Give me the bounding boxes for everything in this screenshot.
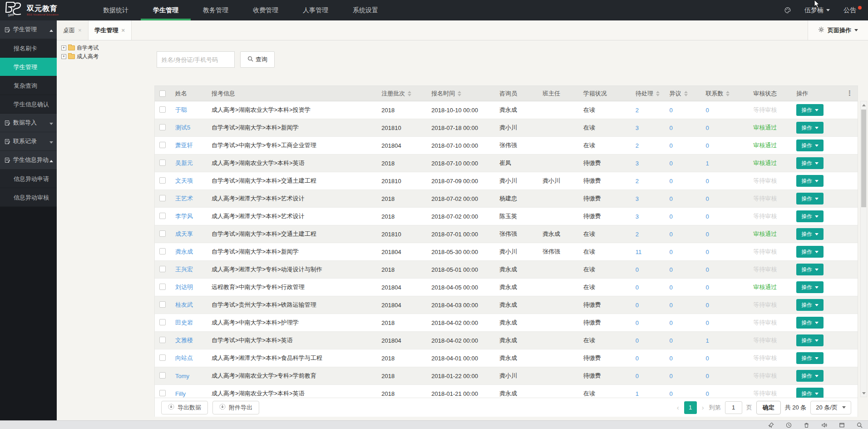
name-value[interactable]: 文雅楼 [175,337,193,344]
notice-link[interactable]: 公告 [843,6,861,15]
name-value[interactable]: 于聪 [175,106,187,113]
palette-icon[interactable] [784,7,791,14]
tree-node-0[interactable]: +自学考试 [61,44,99,52]
column-header-8[interactable]: 异议 [665,86,701,101]
contacts-value[interactable]: 0 [705,107,709,114]
pending-value[interactable]: 0 [636,284,639,291]
row-checkbox[interactable] [159,195,166,201]
objection-value[interactable]: 0 [670,178,673,185]
sidebar-item-信息异动申请[interactable]: 信息异动申请 [0,170,57,188]
row-action-button[interactable]: 操作 [796,334,824,346]
name-value[interactable]: 王艺术 [175,195,193,202]
row-checkbox[interactable] [159,106,166,113]
objection-value[interactable]: 0 [670,213,673,220]
pending-value[interactable]: 0 [636,373,639,379]
contacts-value[interactable]: 0 [705,390,709,397]
contacts-value[interactable]: 1 [705,160,709,167]
sidebar-item-复杂查询[interactable]: 复杂查询 [0,76,57,95]
row-action-button[interactable]: 操作 [796,281,824,293]
chevron-right-icon[interactable]: › [701,404,705,411]
page-size-select[interactable]: 20 条/页 [810,401,851,414]
contacts-value[interactable]: 0 [705,142,709,149]
goto-page-input[interactable] [725,401,742,414]
pending-value[interactable]: 2 [636,107,639,114]
name-value[interactable]: 刘达明 [175,284,193,290]
nav-item-3[interactable]: 收费管理 [241,0,291,20]
current-page-button[interactable]: 1 [684,401,697,414]
objection-value[interactable]: 0 [670,337,673,344]
sidebar-group-0[interactable]: 学生管理 [0,20,57,39]
row-action-button[interactable]: 操作 [796,264,824,275]
tree-node-1[interactable]: +成人高考 [61,52,99,61]
contacts-value[interactable]: 0 [705,178,709,185]
objection-value[interactable]: 0 [670,125,673,131]
objection-value[interactable]: 0 [670,195,673,202]
contacts-value[interactable]: 0 [705,302,709,309]
column-header-9[interactable]: 联系数 [701,86,749,101]
objection-value[interactable]: 0 [670,266,673,273]
row-action-button[interactable]: 操作 [796,193,824,205]
row-action-button[interactable]: 操作 [796,175,824,187]
pending-value[interactable]: 3 [636,125,639,131]
sidebar-group-1[interactable]: 数据导入 [0,114,57,132]
pending-value[interactable]: 0 [636,355,639,362]
sort-icon[interactable] [684,91,688,96]
name-value[interactable]: 吴新元 [175,160,193,166]
name-value[interactable]: 桂友武 [175,301,193,308]
scroll-down-arrow[interactable] [861,389,867,397]
close-icon[interactable]: × [122,27,125,34]
pending-value[interactable]: 0 [636,319,639,326]
pending-value[interactable]: 3 [636,160,639,167]
row-action-button[interactable]: 操作 [796,246,824,258]
chevron-left-icon[interactable]: ‹ [676,404,680,411]
row-checkbox[interactable] [159,213,166,219]
pending-value[interactable]: 3 [636,213,639,220]
sidebar-group-2[interactable]: 联系记录 [0,132,57,151]
tab-0[interactable]: 桌面× [57,20,89,40]
row-action-button[interactable]: 操作 [796,104,824,116]
scroll-up-arrow[interactable] [861,101,867,109]
contacts-value[interactable]: 0 [705,125,709,131]
contacts-value[interactable]: 0 [705,213,709,220]
column-header-3[interactable]: 报名时间 [427,86,495,101]
export-attachment-button[interactable]: 附件导出 [212,401,259,414]
objection-value[interactable]: 0 [670,231,673,238]
sort-icon[interactable] [408,91,411,96]
sort-icon[interactable] [458,91,461,96]
row-checkbox[interactable] [159,230,166,237]
name-value[interactable]: 田史岩 [175,319,193,326]
row-checkbox[interactable] [159,354,166,361]
sort-icon[interactable] [656,91,660,96]
row-checkbox[interactable] [159,160,166,166]
pending-value[interactable]: 0 [636,302,639,309]
row-checkbox[interactable] [159,248,166,254]
name-value[interactable]: Filly [175,390,186,397]
pending-value[interactable]: 2 [636,231,639,238]
row-action-button[interactable]: 操作 [796,140,824,151]
row-action-button[interactable]: 操作 [796,157,824,169]
pending-value[interactable]: 0 [636,266,639,273]
expand-plus-icon[interactable]: + [61,45,66,50]
vertical-scrollbar[interactable] [860,101,867,397]
select-all-checkbox[interactable] [159,90,166,97]
row-action-button[interactable]: 操作 [796,122,824,134]
nav-item-0[interactable]: 数据统计 [91,0,141,20]
sidebar-item-学生信息确认[interactable]: 学生信息确认 [0,95,57,114]
column-header-2[interactable]: 注册批次 [377,86,427,101]
pending-value[interactable]: 11 [636,249,642,255]
window-icon[interactable] [838,422,845,428]
objection-value[interactable]: 0 [670,373,673,379]
objection-value[interactable]: 0 [670,249,673,255]
expand-plus-icon[interactable]: + [61,54,66,59]
contacts-value[interactable]: 0 [705,284,709,291]
name-value[interactable]: 测试5 [175,124,190,131]
objection-value[interactable]: 0 [670,319,673,326]
name-value[interactable]: 李学风 [175,213,193,219]
row-checkbox[interactable] [159,301,166,308]
name-value[interactable]: 龚永成 [175,248,193,255]
search-icon[interactable] [856,422,863,428]
contacts-value[interactable]: 0 [705,319,709,326]
row-action-button[interactable]: 操作 [796,370,824,382]
search-input[interactable] [157,51,235,68]
row-checkbox[interactable] [159,266,166,272]
